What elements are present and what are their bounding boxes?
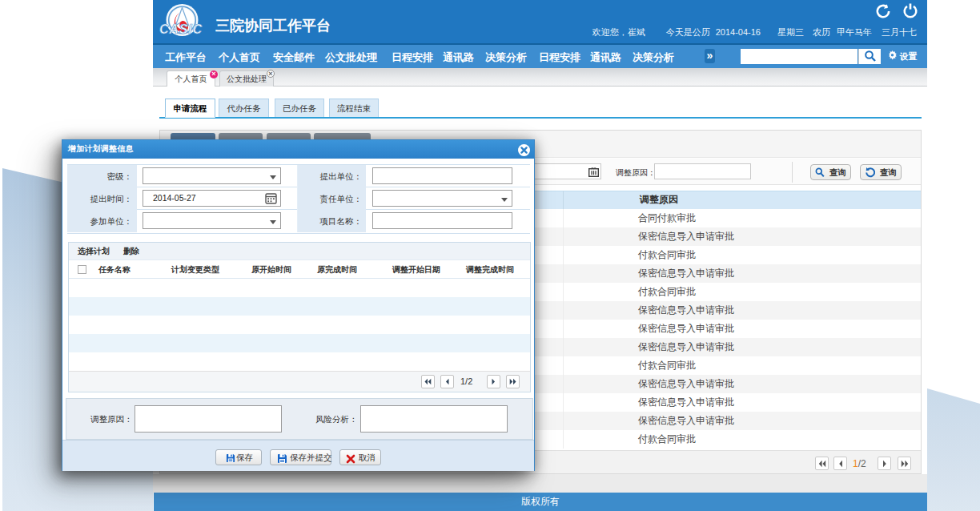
svg-text:CASIC: CASIC bbox=[159, 22, 203, 36]
